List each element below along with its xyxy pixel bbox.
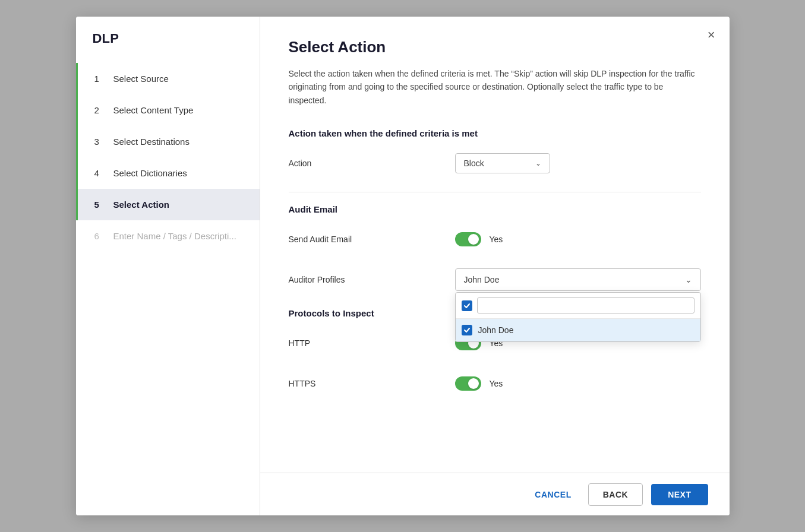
- step6-num: 6: [94, 231, 105, 241]
- action-dropdown-value: Block: [464, 159, 484, 168]
- dropdown-popup-search-row: [456, 293, 700, 319]
- sidebar-item-step4[interactable]: 4 Select Dictionaries: [76, 157, 260, 189]
- dropdown-item-john-doe[interactable]: John Doe: [456, 319, 700, 341]
- http-label: HTTP: [289, 338, 455, 348]
- https-toggle-wrapper: Yes: [455, 376, 503, 391]
- send-audit-toggle-wrapper: Yes: [455, 232, 503, 246]
- step3-num: 3: [94, 137, 105, 147]
- action-label: Action: [289, 159, 455, 168]
- john-doe-checkbox[interactable]: [462, 325, 472, 335]
- action-dropdown-chevron-icon: ⌄: [535, 159, 541, 167]
- action-control: Block ⌄: [455, 153, 701, 173]
- sidebar-item-step1[interactable]: 1 Select Source: [76, 63, 260, 94]
- step4-label: Select Dictionaries: [113, 168, 187, 178]
- action-section-title: Action taken when the defined criteria i…: [289, 128, 701, 138]
- auditor-dropdown-chevron-icon: ⌄: [685, 275, 692, 284]
- main-content: × Select Action Select the action taken …: [260, 17, 730, 515]
- action-row: Action Block ⌄: [289, 151, 701, 175]
- https-value: Yes: [490, 379, 503, 388]
- step6-label: Enter Name / Tags / Descripti...: [113, 231, 236, 241]
- send-audit-row: Send Audit Email Yes: [289, 227, 701, 251]
- sidebar-item-step2[interactable]: 2 Select Content Type: [76, 94, 260, 126]
- section-divider-1: [289, 192, 701, 192]
- sidebar-item-step3[interactable]: 3 Select Destinations: [76, 126, 260, 157]
- step5-label: Select Action: [113, 200, 169, 210]
- step1-num: 1: [94, 74, 105, 84]
- sidebar-item-step5[interactable]: 5 Select Action: [76, 189, 260, 220]
- step1-label: Select Source: [113, 74, 169, 84]
- app-title: DLP: [76, 31, 260, 63]
- step5-num: 5: [94, 200, 105, 210]
- send-audit-value: Yes: [490, 235, 503, 244]
- dropdown-search-input[interactable]: [477, 297, 694, 314]
- auditor-profiles-row: Auditor Profiles John Doe ⌄: [289, 268, 701, 292]
- audit-section-title: Audit Email: [289, 204, 701, 214]
- page-description: Select the action taken when the defined…: [289, 67, 701, 107]
- step2-num: 2: [94, 105, 105, 115]
- auditor-profiles-label: Auditor Profiles: [289, 275, 455, 284]
- modal-footer: CANCEL BACK NEXT: [260, 473, 730, 515]
- auditor-dropdown-popup: John Doe: [455, 292, 701, 342]
- send-audit-toggle[interactable]: [455, 232, 481, 246]
- https-row: HTTPS Yes: [289, 372, 701, 395]
- cancel-button[interactable]: CANCEL: [526, 484, 579, 505]
- back-button[interactable]: BACK: [588, 483, 643, 506]
- step2-label: Select Content Type: [113, 105, 194, 115]
- send-audit-control: Yes: [455, 232, 701, 246]
- page-title: Select Action: [289, 38, 701, 56]
- auditor-profiles-dropdown[interactable]: John Doe ⌄: [455, 268, 701, 291]
- https-control: Yes: [455, 376, 701, 391]
- select-all-checkbox[interactable]: [462, 300, 472, 311]
- step3-label: Select Destinations: [113, 137, 190, 147]
- close-button[interactable]: ×: [708, 28, 715, 42]
- https-label: HTTPS: [289, 379, 455, 388]
- next-button[interactable]: NEXT: [651, 484, 708, 505]
- auditor-dropdown-wrapper: John Doe ⌄: [455, 268, 701, 291]
- sidebar-item-step6: 6 Enter Name / Tags / Descripti...: [76, 220, 260, 252]
- https-toggle[interactable]: [455, 376, 481, 391]
- step4-num: 4: [94, 168, 105, 178]
- auditor-profiles-value: John Doe: [464, 275, 500, 284]
- auditor-profiles-control: John Doe ⌄: [455, 268, 701, 291]
- john-doe-label: John Doe: [478, 325, 514, 335]
- send-audit-label: Send Audit Email: [289, 235, 455, 244]
- action-dropdown[interactable]: Block ⌄: [455, 153, 550, 173]
- sidebar: DLP 1 Select Source 2 Select Content Typ…: [76, 17, 260, 515]
